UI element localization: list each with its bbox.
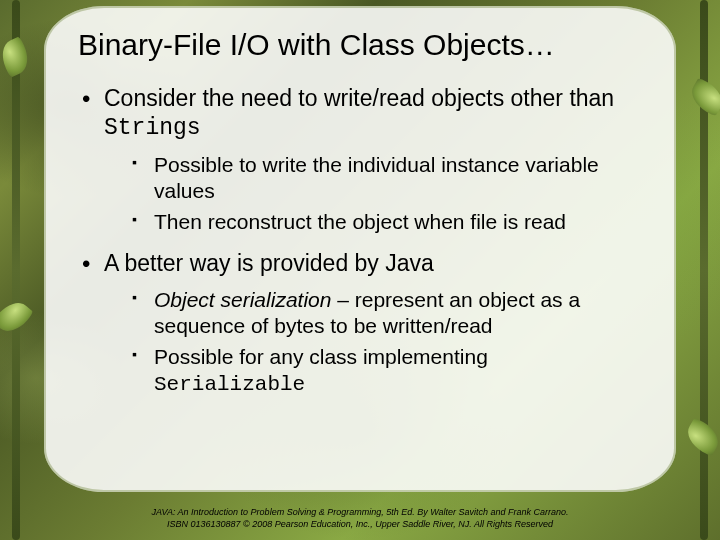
sub-list-2: Object serialization – represent an obje… [104, 287, 642, 397]
slide-title: Binary-File I/O with Class Objects… [78, 28, 642, 62]
sub-bullet-2-2-pre: Possible for any class implementing [154, 345, 488, 368]
sub-list-1: Possible to write the individual instanc… [104, 152, 642, 235]
footer: JAVA: An Introduction to Problem Solving… [0, 506, 720, 530]
slide: Binary-File I/O with Class Objects… Cons… [0, 0, 720, 540]
bullet-2-text: A better way is provided by Java [104, 250, 434, 276]
bullet-list: Consider the need to write/read objects … [78, 84, 642, 397]
content-panel: Binary-File I/O with Class Objects… Cons… [44, 6, 676, 492]
vine-left [12, 0, 20, 540]
footer-line-2: ISBN 0136130887 © 2008 Pearson Education… [0, 518, 720, 530]
sub-bullet-2-2: Possible for any class implementing Seri… [104, 344, 642, 397]
sub-bullet-1-2: Then reconstruct the object when file is… [104, 209, 642, 235]
bullet-2: A better way is provided by Java Object … [78, 249, 642, 397]
bullet-1: Consider the need to write/read objects … [78, 84, 642, 235]
sub-bullet-2-1: Object serialization – represent an obje… [104, 287, 642, 338]
sub-bullet-1-1: Possible to write the individual instanc… [104, 152, 642, 203]
sub-bullet-2-2-code: Serializable [154, 373, 305, 396]
bullet-1-code: Strings [104, 115, 201, 141]
footer-line-1: JAVA: An Introduction to Problem Solving… [0, 506, 720, 518]
bullet-1-text: Consider the need to write/read objects … [104, 85, 614, 111]
sub-bullet-2-1-em: Object serialization [154, 288, 331, 311]
